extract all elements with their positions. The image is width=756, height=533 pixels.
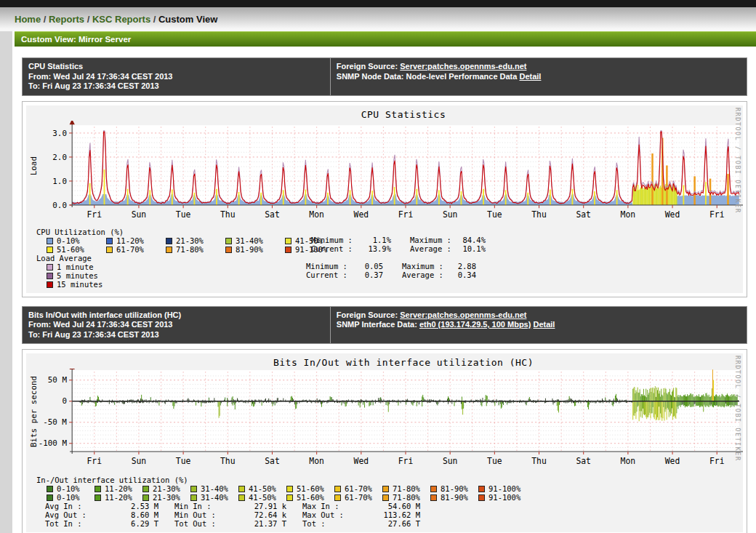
svg-text:Mon: Mon [309,209,324,219]
cpu-legend: CPU Utilization (%) 0-10%11-20%21-30%31-… [26,226,743,293]
svg-text:Wed: Wed [665,456,680,466]
page-left-margin [0,31,12,533]
stat-value: 0.34 [446,270,476,279]
page-title: Custom View: Mirror Server [21,35,131,44]
legend-swatch [47,494,53,501]
stat-label: Minimum : [311,236,359,244]
stat-value: 1.1% [359,236,391,244]
svg-text:Fri: Fri [87,209,102,219]
svg-text:0.0: 0.0 [52,200,67,209]
legend-item: 41-50% [238,493,286,502]
legend-label: 51-60% [57,245,84,254]
panel-from: From: Wed Jul 24 17:36:34 CEST 2013 [28,320,324,330]
stat-label: Min Out : [158,510,231,519]
legend-swatch [285,247,291,253]
panel-from: From: Wed Jul 24 17:36:34 CEST 2013 [28,72,324,82]
panel-title: Bits In/Out with interface utilization (… [28,310,324,321]
stat-value: 8.60 M [100,510,158,519]
breadcrumb-area: Home / Reports / KSC Reports / Custom Vi… [0,7,756,31]
snmp-data-label: SNMP Node Data: [337,72,404,81]
detail-link[interactable]: Detail [519,72,541,81]
legend-item: 11-20% [106,236,166,245]
legend-swatch [190,486,197,492]
svg-text:2.0: 2.0 [52,152,67,161]
legend-swatch [94,494,101,501]
stat-value: 10.1% [452,244,486,253]
legend-item: 31-40% [225,236,285,245]
foreign-source-link[interactable]: Server:patches.opennms-edu.net [400,310,526,319]
svg-text:Sat: Sat [265,209,280,219]
legend-swatch [47,264,53,270]
cpu-util-stats: Minimum :1.1%Maximum :84.4%Current :13.9… [311,236,486,253]
legend-item: 71-80% [382,484,430,493]
legend-swatch [334,486,341,492]
stat-value: 2.53 M [100,502,158,510]
svg-text:Fri: Fri [87,456,102,466]
panel-title: CPU Statistics [28,62,324,72]
stat-value: 84.4% [452,236,486,244]
svg-text:Sun: Sun [132,456,147,466]
stat-value: 0.37 [354,270,383,279]
legend-label: 71-80% [393,484,420,493]
detail-link[interactable]: Detail [533,320,555,329]
breadcrumb-custom-view: Custom View [158,14,217,25]
legend-label: 11-20% [116,236,144,245]
legend-item: 81-90% [225,245,285,254]
legend-item: 91-100% [478,493,526,502]
stat-label: Avg In : [45,502,100,510]
foreign-source-label: Foreign Source: [337,310,398,319]
legend-swatch [430,494,437,501]
legend-label: 41-50% [249,484,276,493]
legend-swatch [106,247,113,253]
legend-label: 91-100% [488,493,520,502]
stat-label: Tot : [286,519,359,528]
legend-swatch [94,486,101,492]
legend-item: 5 minutes [47,271,106,280]
svg-text:Tue: Tue [487,209,502,219]
legend-swatch [382,494,389,501]
svg-text:Fri: Fri [398,209,414,219]
breadcrumb-reports[interactable]: Reports [49,14,84,25]
breadcrumb-separator: / [41,14,49,25]
svg-text:Wed: Wed [665,209,680,219]
stat-label: Avg Out : [45,510,100,519]
foreign-source-link[interactable]: Server:patches.opennms-edu.net [400,62,526,71]
legend-label: 1 minute [57,263,94,271]
stat-label: Max In : [286,502,359,510]
legend-item: 81-90% [430,493,478,502]
bits-rrd-graph[interactable]: Bits In/Out with interface utilization (… [26,353,743,532]
legend-label: 15 minutes [57,280,102,289]
legend-item: 61-70% [334,493,382,502]
svg-text:Sun: Sun [443,456,458,466]
legend-swatch [478,494,485,501]
breadcrumb-home[interactable]: Home [15,14,41,25]
svg-text:Load: Load [30,156,39,175]
legend-item: 51-60% [47,245,106,254]
legend-label: 71-80% [176,245,204,254]
svg-text:1.0: 1.0 [52,176,67,185]
legend-item: 61-70% [106,245,166,254]
io-legend-title: In-/Out interface utilization (%) [36,476,743,484]
legend-item: 51-60% [286,493,334,502]
legend-swatch [238,494,245,501]
stat-label: Average : [383,270,446,279]
legend-item: 71-80% [382,493,430,502]
legend-item: 31-40% [190,484,238,493]
legend-item: 0-10% [47,236,106,245]
legend-label: 31-40% [201,484,228,493]
cpu-rrd-graph[interactable]: CPU Statistics FriSunTueThuSatMonWedFriS… [26,105,743,293]
legend-item: 71-80% [166,245,225,254]
svg-text:Fri: Fri [709,456,725,466]
svg-text:0: 0 [62,396,67,406]
foreign-source-label: Foreign Source: [337,62,398,71]
interface-link[interactable]: eth0 (193.174.29.5, 100 Mbps) [419,320,531,329]
window-top-bar [0,0,756,7]
svg-text:Sun: Sun [132,209,147,219]
legend-swatch [478,486,485,492]
breadcrumb-ksc-reports[interactable]: KSC Reports [92,14,150,25]
svg-text:Thu: Thu [220,456,236,466]
legend-item: 81-90% [430,484,478,493]
svg-text:-100 M: -100 M [39,438,68,448]
bits-legend: In-/Out interface utilization (%) 0-10%1… [26,474,743,532]
stat-label: Minimum : [306,262,354,270]
